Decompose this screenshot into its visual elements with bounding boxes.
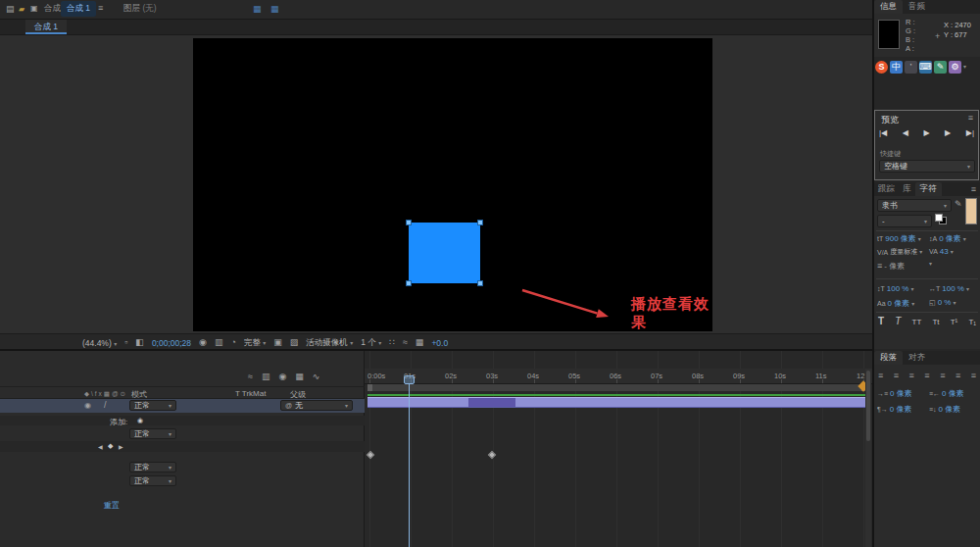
motion-blur-icon[interactable]: ◉ [278, 373, 286, 381]
panel-menu-icon[interactable]: ≡ [968, 114, 973, 123]
fill-blend-mode-dropdown[interactable]: 正常 ▾ [129, 428, 176, 439]
layer-row-3[interactable]: 正常 ▾ [0, 474, 365, 487]
work-area-bar[interactable] [368, 384, 866, 391]
shy-layers-icon[interactable]: ≈ [248, 373, 253, 381]
indent-right-control[interactable]: ≡← 0 像素 [929, 388, 978, 399]
timeline-scrollbar[interactable] [865, 369, 871, 547]
proportional-spacing-value[interactable]: 0 % [938, 298, 952, 307]
play-button[interactable]: ▶ [923, 128, 929, 137]
font-size-control[interactable]: tT 900 像素 ▾ [877, 233, 926, 244]
first-line-indent-value[interactable]: 0 像素 [890, 404, 912, 415]
font-size-value[interactable]: 900 像素 [885, 233, 916, 244]
shape-fill-row[interactable]: 正常 ▾ [0, 427, 365, 440]
tracking-control[interactable]: VA 43 ▾ [929, 247, 978, 256]
eyedropper-icon[interactable]: ✎ [955, 200, 962, 209]
tracking-value[interactable]: 43 [940, 247, 949, 256]
timecode-display[interactable]: 0;00;00;28 [152, 338, 191, 348]
font-style-dropdown[interactable]: - ▾ [877, 215, 932, 227]
tab-paragraph[interactable]: 段落 [874, 351, 903, 365]
space-after-value[interactable]: 0 像素 [939, 404, 961, 415]
baseline-shift-control[interactable]: Aa 0 像素 ▾ [877, 298, 926, 309]
show-channels-icon[interactable]: ◔ [230, 338, 235, 347]
next-keyframe-icon[interactable]: ▶ [119, 443, 123, 450]
justify-last-left-icon[interactable]: ≡ [924, 371, 929, 380]
all-caps-toggle[interactable]: TT [912, 318, 922, 326]
snapshot-camera-icon[interactable]: ◉ [199, 338, 207, 347]
view-layout-dropdown[interactable]: 1 个 ▾ [361, 337, 381, 349]
add-shape-button[interactable]: ◉ [137, 417, 143, 424]
ime-language-icon[interactable]: 中 [890, 61, 903, 74]
tab-info[interactable]: 信息 [874, 0, 903, 14]
keyframe[interactable] [488, 451, 496, 459]
preview-title[interactable]: 预览 [881, 114, 899, 126]
region-of-interest-icon[interactable]: ▣ [273, 338, 282, 347]
tab-audio[interactable]: 音频 [903, 0, 931, 14]
justify-last-center-icon[interactable]: ≡ [940, 371, 945, 380]
superscript-toggle[interactable]: T¹ [951, 318, 958, 326]
reset-link[interactable]: 重置 [104, 500, 120, 511]
stroke-style-control[interactable]: ▾ [929, 261, 978, 267]
justify-last-right-icon[interactable]: ≡ [956, 371, 960, 380]
brainstorm-icon[interactable]: ∿ [313, 373, 320, 381]
layer-row-2[interactable]: 正常 ▾ [0, 461, 365, 473]
frame-blend-icon[interactable]: ▥ [262, 373, 270, 381]
magnification-dropdown[interactable]: (44.4%) ▾ [82, 338, 117, 348]
small-caps-toggle[interactable]: Tt [932, 318, 939, 326]
next-frame-button[interactable]: ▶ [945, 128, 951, 137]
ime-toolbox-icon[interactable]: ⚙ [949, 61, 961, 74]
scrollbar-thumb[interactable] [866, 371, 870, 441]
docked-panel-icon-2[interactable]: ▦ [270, 4, 279, 14]
mask-visibility-icon[interactable]: ◧ [135, 338, 144, 347]
pixel-aspect-icon[interactable]: ∷ [389, 338, 395, 347]
last-frame-button[interactable]: ▶| [966, 128, 974, 137]
shortcut-dropdown[interactable]: 空格键 ▾ [879, 160, 975, 173]
font-family-dropdown[interactable]: 隶书 ▾ [877, 199, 952, 212]
trkmat-column-header[interactable]: T TrkMat [235, 389, 266, 398]
fast-preview-icon[interactable]: ≈ [403, 338, 408, 347]
tab-layer[interactable]: 图层 (无) [123, 3, 157, 15]
resolution-dropdown[interactable]: 完整 ▾ [244, 337, 266, 349]
tab-library[interactable]: 库 [899, 182, 915, 196]
time-ruler[interactable]: 0:00s 01s 02s 03s 04s 05s 06s 07s 08s 09… [365, 369, 872, 384]
tab-character[interactable]: 字符 [915, 182, 942, 196]
keyframed-property-row[interactable]: ◀ ◆ ▶ [0, 441, 365, 452]
baseline-shift-value[interactable]: 0 像素 [888, 298, 910, 309]
layer-duration-bar[interactable] [368, 397, 866, 408]
comp-stage[interactable]: 播放查看效果 [193, 38, 712, 331]
indent-left-control[interactable]: →≡ 0 像素 [877, 388, 926, 399]
blend-mode-dropdown[interactable]: 正常 ▾ [129, 400, 176, 411]
faux-bold-toggle[interactable]: T [878, 316, 884, 326]
leading-value[interactable]: 0 像素 [939, 233, 961, 244]
align-right-icon[interactable]: ≡ [909, 371, 914, 380]
subscript-toggle[interactable]: T₁ [968, 318, 976, 326]
leading-control[interactable]: ↕A 0 像素 ▾ [929, 233, 978, 244]
tab-align[interactable]: 对齐 [903, 351, 931, 365]
panel-menu-icon[interactable]: ≡ [98, 4, 103, 13]
justify-all-icon[interactable]: ≡ [971, 371, 976, 380]
quality-icon[interactable]: / [104, 401, 107, 410]
faux-italic-toggle[interactable]: T [895, 316, 901, 326]
panel-menu-icon[interactable]: ≡ [971, 185, 976, 194]
text-fill-swatch[interactable] [935, 214, 943, 222]
cti-head[interactable] [404, 375, 415, 384]
blend-mode-dropdown-2[interactable]: 正常 ▾ [129, 462, 176, 472]
kerning-control[interactable]: V/A 度量标准 ▾ [877, 247, 926, 257]
keyframe[interactable] [367, 451, 374, 459]
vertical-scale-value[interactable]: 100 % [887, 284, 909, 293]
vertical-scale-control[interactable]: ↕T 100 % ▾ [877, 284, 926, 293]
keyframe-diamond-icon[interactable]: ◆ [108, 442, 113, 450]
docked-panel-icon[interactable]: ▦ [253, 4, 262, 14]
blend-mode-dropdown-3[interactable]: 正常 ▾ [129, 475, 176, 486]
cti-line[interactable] [409, 384, 410, 547]
indent-right-value[interactable]: 0 像素 [942, 388, 964, 399]
tab-tracker[interactable]: 跟踪 [874, 182, 899, 196]
exposure-value[interactable]: +0.0 [431, 338, 448, 348]
timeline-graph-pane[interactable]: 0:00s 01s 02s 03s 04s 05s 06s 07s 08s 09… [365, 351, 872, 547]
ime-punctuation-icon[interactable]: ’ [905, 61, 917, 74]
prev-keyframe-icon[interactable]: ◀ [98, 443, 103, 450]
ime-more-icon[interactable]: ▾ [963, 64, 966, 70]
first-frame-button[interactable]: |◀ [879, 128, 887, 137]
parent-dropdown[interactable]: @ 无 ▾ [280, 400, 353, 411]
work-area-start-handle[interactable] [368, 384, 372, 391]
layer-bar-segment[interactable] [468, 398, 515, 407]
